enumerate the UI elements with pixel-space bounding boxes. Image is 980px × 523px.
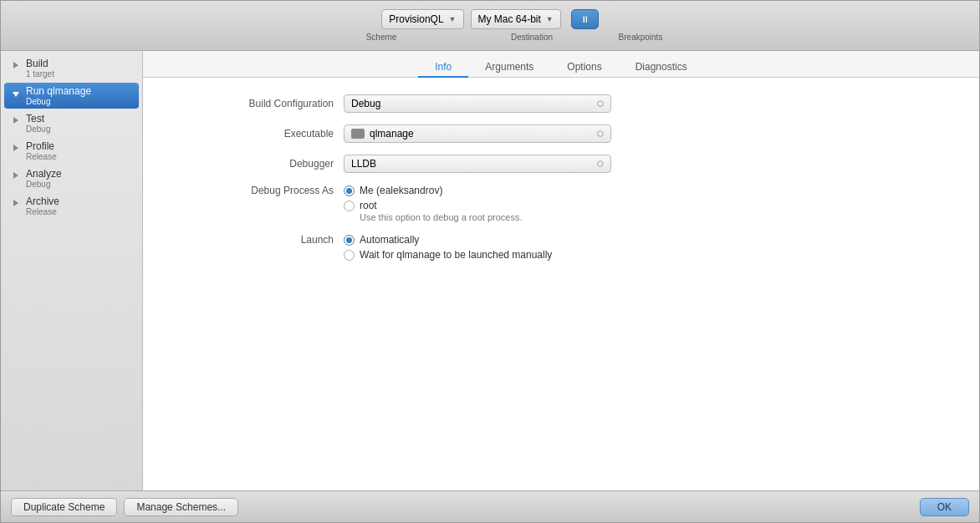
radio-item-root: root Use this option to debug a root pro…	[344, 200, 522, 222]
executable-arrow: ⬡	[597, 129, 604, 138]
run-sub: Debug	[26, 97, 91, 106]
archive-icon	[9, 196, 23, 210]
sidebar-item-archive[interactable]: Archive Release	[4, 193, 139, 219]
archive-item-text: Archive Release	[26, 195, 59, 216]
build-name: Build	[26, 58, 54, 69]
radio-wait[interactable]	[344, 250, 355, 261]
tab-info[interactable]: Info	[418, 58, 468, 78]
duplicate-scheme-button[interactable]: Duplicate Scheme	[11, 498, 117, 516]
radio-me[interactable]	[344, 185, 355, 196]
profile-sub: Release	[26, 152, 57, 161]
profile-name: Profile	[26, 140, 57, 152]
build-config-arrow: ⬡	[597, 99, 604, 108]
tabs-bar: Info Arguments Options Diagnostics	[143, 51, 979, 78]
debug-process-options: Me (ealeksandrov) root Use this option t…	[344, 185, 522, 222]
scheme-value: ProvisionQL	[389, 13, 443, 25]
scheme-editor-window: ProvisionQL ▼ My Mac 64-bit ▼ ⏸ Scheme D…	[0, 0, 980, 523]
debugger-arrow: ⬡	[597, 160, 604, 168]
radio-auto-label: Automatically	[360, 234, 419, 246]
build-config-select[interactable]: Debug ⬡	[344, 94, 611, 113]
tab-options[interactable]: Options	[550, 58, 618, 78]
scheme-dropdown-arrow: ▼	[449, 15, 457, 23]
debug-process-label: Debug Process As	[176, 185, 344, 196]
sidebar-item-profile[interactable]: Profile Release	[4, 138, 139, 164]
radio-wait-label: Wait for qlmanage to be launched manuall…	[360, 249, 552, 261]
build-config-label: Build Configuration	[176, 98, 344, 109]
main-content: Build 1 target Run qlmanage Debug	[1, 51, 979, 490]
launch-label: Launch	[176, 234, 344, 246]
breakpoints-button[interactable]: ⏸	[571, 9, 599, 29]
archive-sub: Release	[26, 207, 59, 216]
analyze-name: Analyze	[26, 168, 62, 180]
build-config-control: Debug ⬡	[344, 94, 611, 113]
radio-root-sub: Use this option to debug a root process.	[360, 212, 522, 222]
sidebar-item-run-qlmanage[interactable]: Run qlmanage Debug	[4, 83, 139, 109]
bottom-bar: Duplicate Scheme Manage Schemes... OK	[1, 490, 979, 522]
breakpoints-label: Breakpoints	[607, 33, 674, 42]
analyze-sub: Debug	[26, 180, 62, 189]
build-config-row: Build Configuration Debug ⬡	[176, 94, 946, 113]
radio-item-auto: Automatically	[344, 234, 552, 246]
sidebar-item-test[interactable]: Test Debug	[4, 110, 139, 136]
manage-schemes-button[interactable]: Manage Schemes...	[124, 498, 238, 516]
debugger-select[interactable]: LLDB ⬡	[344, 155, 611, 173]
scheme-label: Scheme	[306, 33, 457, 42]
executable-row: Executable qlmanage ⬡	[176, 124, 946, 143]
profile-item-text: Profile Release	[26, 140, 57, 161]
test-sub: Debug	[26, 124, 50, 134]
radio-root-text: root Use this option to debug a root pro…	[360, 200, 522, 222]
destination-label: Destination	[457, 33, 607, 42]
build-sub: 1 target	[26, 69, 54, 79]
radio-item-wait: Wait for qlmanage to be launched manuall…	[344, 249, 552, 261]
tab-arguments[interactable]: Arguments	[468, 58, 550, 78]
toolbar-labels-row: Scheme Destination Breakpoints	[306, 33, 674, 42]
right-panel: Info Arguments Options Diagnostics Build…	[143, 51, 979, 490]
launch-options: Automatically Wait for qlmanage to be la…	[344, 234, 552, 261]
toolbar-dropdowns: ProvisionQL ▼ My Mac 64-bit ▼ ⏸	[381, 9, 599, 29]
destination-value: My Mac 64-bit	[478, 13, 541, 25]
ok-button[interactable]: OK	[920, 498, 969, 516]
sidebar: Build 1 target Run qlmanage Debug	[1, 51, 143, 490]
radio-me-label: Me (ealeksandrov)	[360, 185, 442, 196]
launch-row: Launch Automatically Wait for qlmanage t…	[176, 234, 946, 261]
debug-process-row: Debug Process As Me (ealeksandrov) root …	[176, 185, 946, 222]
destination-dropdown-arrow: ▼	[546, 15, 554, 23]
sidebar-item-build[interactable]: Build 1 target	[4, 55, 139, 81]
toolbar: ProvisionQL ▼ My Mac 64-bit ▼ ⏸ Scheme D…	[1, 1, 979, 51]
destination-dropdown[interactable]: My Mac 64-bit ▼	[471, 9, 561, 29]
profile-icon	[9, 141, 23, 155]
analyze-icon	[9, 169, 23, 182]
debugger-control: LLDB ⬡	[344, 155, 611, 173]
run-item-text: Run qlmanage Debug	[26, 85, 91, 106]
radio-item-me: Me (ealeksandrov)	[344, 185, 522, 196]
scheme-dropdown[interactable]: ProvisionQL ▼	[381, 9, 463, 29]
run-icon	[9, 86, 23, 99]
debugger-row: Debugger LLDB ⬡	[176, 155, 946, 173]
sidebar-item-analyze[interactable]: Analyze Debug	[4, 165, 139, 191]
form-area: Build Configuration Debug ⬡ Executable	[143, 78, 979, 490]
test-item-text: Test Debug	[26, 113, 50, 134]
executable-control: qlmanage ⬡	[344, 124, 611, 143]
executable-label: Executable	[176, 128, 344, 140]
build-config-value: Debug	[351, 98, 380, 109]
executable-value: qlmanage	[370, 128, 414, 140]
build-icon	[9, 58, 23, 72]
debugger-value: LLDB	[351, 158, 376, 170]
executable-icon	[351, 129, 365, 139]
test-icon	[9, 114, 23, 127]
radio-root[interactable]	[344, 201, 355, 211]
executable-select[interactable]: qlmanage ⬡	[344, 124, 611, 143]
run-name: Run qlmanage	[26, 85, 91, 97]
build-item-text: Build 1 target	[26, 58, 54, 79]
debugger-label: Debugger	[176, 158, 344, 170]
radio-auto[interactable]	[344, 235, 355, 246]
toolbar-center: ProvisionQL ▼ My Mac 64-bit ▼ ⏸ Scheme D…	[306, 9, 674, 42]
bottom-left-buttons: Duplicate Scheme Manage Schemes...	[11, 498, 238, 516]
analyze-item-text: Analyze Debug	[26, 168, 62, 189]
test-name: Test	[26, 113, 50, 124]
tab-diagnostics[interactable]: Diagnostics	[619, 58, 704, 78]
radio-root-label: root	[360, 200, 522, 211]
archive-name: Archive	[26, 195, 59, 207]
